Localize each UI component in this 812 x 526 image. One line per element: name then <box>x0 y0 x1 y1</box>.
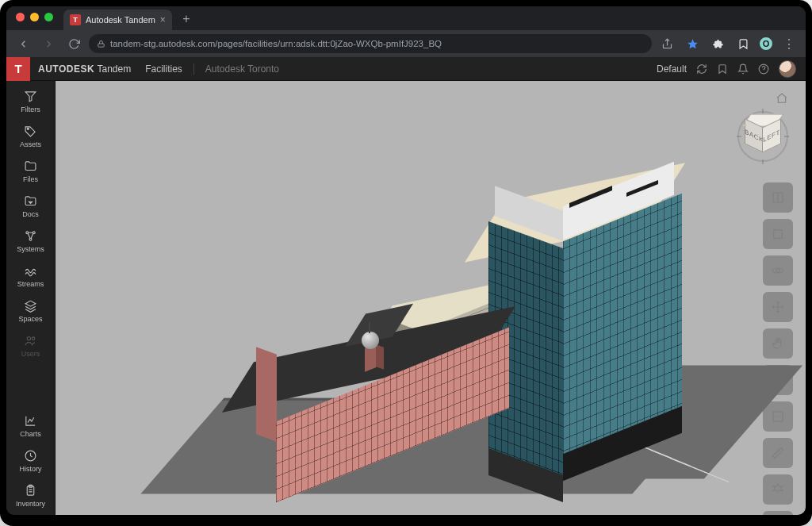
nav-reload-icon[interactable] <box>63 33 84 54</box>
rail-streams[interactable]: Streams <box>10 260 52 292</box>
rail-files[interactable]: Files <box>10 155 52 187</box>
notifications-icon[interactable] <box>737 63 749 75</box>
nodes-icon <box>24 229 37 243</box>
browser-address-bar: tandem-stg.autodesk.com/pages/facilities… <box>6 30 806 57</box>
url-text: tandem-stg.autodesk.com/pages/facilities… <box>110 39 442 48</box>
brand-name-strong: AUTODESK <box>38 63 94 75</box>
refresh-icon[interactable] <box>696 63 707 75</box>
rail-history[interactable]: History <box>10 445 52 477</box>
bookmark-star-icon[interactable] <box>682 33 703 54</box>
screen: T Autodesk Tandem × + tandem-stg.autodes… <box>6 6 806 515</box>
svg-marker-5 <box>25 92 36 102</box>
model-viewport[interactable]: BACK LEFT <box>56 81 806 515</box>
device-frame: T Autodesk Tandem × + tandem-stg.autodes… <box>0 0 812 526</box>
wave-icon <box>24 264 37 278</box>
rail-users: Users <box>10 330 52 362</box>
separator <box>193 63 194 75</box>
extensions-icon[interactable] <box>707 33 728 54</box>
rail-spaces[interactable]: Spaces <box>10 295 52 327</box>
rail-filters[interactable]: Filters <box>10 86 52 117</box>
rail-label: Files <box>23 175 38 183</box>
rail-label: Docs <box>22 210 39 218</box>
users-icon <box>24 334 37 347</box>
nav-forward-icon[interactable] <box>38 33 59 54</box>
brand-tile-icon[interactable]: T <box>6 57 30 81</box>
folder-icon <box>24 159 37 173</box>
svg-point-6 <box>27 128 29 129</box>
svg-point-8 <box>33 232 35 234</box>
chart-icon <box>24 414 37 428</box>
window-controls <box>16 13 53 21</box>
maximize-window-icon[interactable] <box>44 13 53 21</box>
minimize-window-icon[interactable] <box>30 13 39 21</box>
left-rail: Filters Assets Files Docs Systems <box>6 81 56 515</box>
rail-label: Assets <box>20 140 41 148</box>
svg-point-11 <box>27 337 30 340</box>
nav-back-icon[interactable] <box>13 33 33 54</box>
rail-systems[interactable]: Systems <box>10 225 52 257</box>
rail-docs[interactable]: Docs <box>10 190 52 222</box>
svg-point-9 <box>29 238 32 240</box>
svg-rect-0 <box>98 44 104 47</box>
svg-point-7 <box>26 232 29 234</box>
tab-favicon-icon: T <box>70 14 81 25</box>
svg-point-12 <box>32 337 35 340</box>
bookmark-header-icon[interactable] <box>717 63 728 75</box>
brand-product: Tandem <box>97 63 131 75</box>
funnel-icon <box>24 90 37 103</box>
url-actions <box>657 33 703 54</box>
rail-label: Charts <box>20 430 41 438</box>
close-window-icon[interactable] <box>16 13 25 21</box>
header-right: Default <box>657 60 796 78</box>
building-model <box>56 81 806 515</box>
bookmark-icon[interactable] <box>733 33 753 54</box>
tab-title: Autodesk Tandem <box>86 15 155 25</box>
rail-inventory[interactable]: Inventory <box>10 480 52 512</box>
rail-label: Inventory <box>16 500 45 508</box>
rail-label: Filters <box>21 106 40 113</box>
tab-close-icon[interactable]: × <box>160 15 166 25</box>
lock-icon <box>97 40 105 48</box>
svg-marker-10 <box>25 301 36 306</box>
browser-menu-icon[interactable]: ⋮ <box>779 33 799 54</box>
app-body: Filters Assets Files Docs Systems <box>6 81 806 515</box>
nav-facilities[interactable]: Facilities <box>145 63 182 75</box>
rail-label: History <box>19 465 41 473</box>
doc-folder-icon <box>24 194 37 208</box>
clipboard-icon <box>24 484 37 497</box>
rail-label: Spaces <box>18 315 42 323</box>
rail-assets[interactable]: Assets <box>10 121 52 152</box>
url-field[interactable]: tandem-stg.autodesk.com/pages/facilities… <box>89 34 652 53</box>
profile-avatar[interactable]: O <box>758 36 774 52</box>
help-icon[interactable] <box>758 63 769 75</box>
brand-name: AUTODESK Tandem <box>38 63 131 75</box>
user-avatar[interactable] <box>779 60 796 78</box>
facility-name[interactable]: Autodesk Toronto <box>205 63 279 75</box>
new-tab-button[interactable]: + <box>177 10 196 29</box>
share-icon[interactable] <box>657 33 677 54</box>
layers-icon <box>24 299 37 313</box>
browser-tab[interactable]: T Autodesk Tandem × <box>63 10 172 30</box>
rail-label: Streams <box>17 280 44 288</box>
browser-tab-strip: T Autodesk Tandem × + <box>6 6 806 30</box>
view-preset-label[interactable]: Default <box>657 63 687 75</box>
clock-icon <box>24 449 37 463</box>
app-header: T AUTODESK Tandem Facilities Autodesk To… <box>6 57 806 81</box>
svg-marker-2 <box>688 39 698 48</box>
rail-label: Systems <box>17 245 44 253</box>
tag-icon <box>24 125 37 138</box>
rail-charts[interactable]: Charts <box>10 410 52 442</box>
rail-label: Users <box>21 350 40 358</box>
